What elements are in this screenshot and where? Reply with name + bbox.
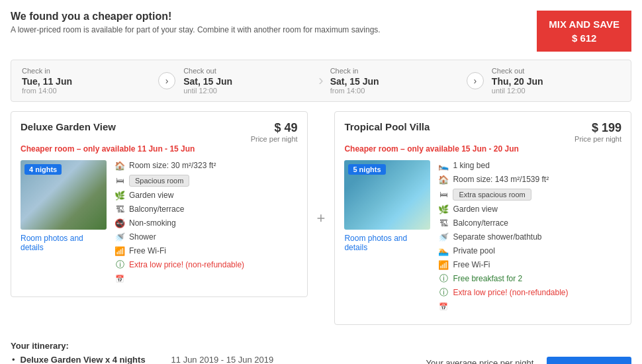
room1-header: Deluxe Garden View $ 49 Price per night	[21, 121, 298, 143]
header-subtitle: A lower-priced room is available for par…	[11, 25, 381, 34]
room1-features: 🏠 Room size: 30 m²/323 ft² 🛏 Spacious ro…	[115, 160, 298, 287]
wifi-icon: 📶	[438, 259, 449, 270]
checkin2-label: Check in	[330, 67, 459, 75]
feature-item: 🌿 Garden view	[115, 190, 298, 201]
checkin2-sub: from 14:00	[330, 87, 459, 95]
feature-text: Garden view	[129, 191, 173, 200]
room-size-icon: 🏠	[115, 160, 125, 171]
header-text: We found you a cheaper option! A lower-p…	[11, 11, 381, 34]
room1-price: $ 49	[251, 121, 298, 135]
feature-text: 1 king bed	[453, 161, 489, 170]
room2-header: Tropical Pool Villa $ 199 Price per nigh…	[344, 121, 621, 143]
room2-features: 🛌 1 king bed 🏠 Room size: 143 m²/1539 ft…	[438, 160, 621, 315]
feature-text: Balcony/terrace	[129, 205, 184, 214]
itinerary-item-1: Deluxe Garden View x 4 nights 11 Jun 201…	[11, 355, 273, 364]
checkin1-label: Check in	[22, 67, 150, 75]
feature-item: 🏠 Room size: 143 m²/1539 ft²	[438, 174, 621, 185]
itinerary-room1-dates: 11 Jun 2019 - 15 Jun 2019	[171, 355, 274, 364]
feature-text: Non-smoking	[129, 218, 176, 228]
bottom-section: Your itinerary: Deluxe Garden View x 4 n…	[11, 334, 631, 364]
feature-text: Separate shower/bathtub	[453, 232, 541, 242]
room1-price-block: $ 49 Price per night	[251, 121, 298, 143]
feature-item: 📶 Free Wi-Fi	[115, 246, 298, 256]
checkout2-label: Check out	[492, 67, 620, 75]
room1-photos-link[interactable]: Room photos and details	[21, 234, 107, 252]
room-size-icon: 🏠	[438, 174, 449, 185]
plus-divider: +	[317, 210, 326, 227]
itinerary-room1-name: Deluxe Garden View	[21, 355, 103, 364]
calendar-icon2: 📅	[438, 301, 449, 312]
feature-item: 🏠 Room size: 30 m²/323 ft²	[115, 160, 298, 171]
feature-item: 🚿 Separate shower/bathtub	[438, 232, 621, 242]
spacious-badge: Spacious room	[129, 175, 189, 187]
room1-nights-badge: 4 nights	[24, 164, 62, 175]
room1-per-night: Price per night	[251, 135, 298, 143]
warning-icon: ⓘ	[115, 259, 125, 270]
extra-low-text2: Extra low price! (non-refundable)	[453, 288, 568, 297]
bottom-row: Your average price per night $ 132 Book …	[426, 351, 631, 364]
timeline: Check in Tue, 11 Jun from 14:00 › Check …	[11, 60, 631, 102]
room2-cheaper-tag: Cheaper room – only available 15 Jun - 2…	[344, 144, 621, 154]
checkout1-date: Sat, 15 Jun	[183, 76, 312, 87]
room1-name: Deluxe Garden View	[21, 121, 116, 132]
rooms-row: Deluxe Garden View $ 49 Price per night …	[11, 111, 631, 325]
feature-item: 🏊 Private pool	[438, 246, 621, 256]
avg-price-block: Your average price per night $ 132	[426, 358, 533, 364]
checkin1-date: Tue, 11 Jun	[22, 76, 150, 87]
extra-low-item2: ⓘ Extra low price! (non-refundable)	[438, 287, 621, 298]
checkin1-sub: from 14:00	[22, 87, 150, 95]
extra-low-item: ⓘ Extra low price! (non-refundable)	[115, 259, 298, 270]
feature-text: Room size: 143 m²/1539 ft²	[453, 175, 549, 184]
feature-text: Room size: 30 m²/323 ft²	[129, 161, 216, 170]
timeline-arrow-1[interactable]: ›	[158, 72, 175, 89]
warning-icon2: ⓘ	[438, 287, 449, 298]
extra-low-text: Extra low price! (non-refundable)	[129, 260, 244, 269]
room2-name: Tropical Pool Villa	[344, 121, 430, 132]
feature-item: 🛌 1 king bed	[438, 160, 621, 171]
mix-save-label: MIX AND SAVE	[549, 17, 619, 31]
feature-item: 🛏 Extra spacious room	[438, 188, 621, 201]
bed-icon: 🛏	[115, 175, 125, 186]
header: We found you a cheaper option! A lower-p…	[11, 11, 631, 52]
room1-card: Deluxe Garden View $ 49 Price per night …	[11, 111, 308, 297]
shower-icon: 🚿	[115, 232, 125, 242]
avg-price-label: Your average price per night	[426, 358, 533, 364]
feature-text: Private pool	[453, 246, 494, 255]
feature-text: Free Wi-Fi	[129, 246, 166, 255]
room1-cheaper-tag: Cheaper room – only available 11 Jun - 1…	[21, 144, 298, 154]
mix-save-amount: $ 612	[549, 31, 619, 45]
checkin2-date: Sat, 15 Jun	[330, 76, 459, 87]
checkout2-date: Thu, 20 Jun	[492, 76, 620, 87]
itinerary: Your itinerary: Deluxe Garden View x 4 n…	[11, 334, 273, 364]
feature-item: 🏗 Balcony/terrace	[115, 204, 298, 214]
main-container: We found you a cheaper option! A lower-p…	[0, 0, 642, 364]
room2-card: Tropical Pool Villa $ 199 Price per nigh…	[334, 111, 631, 325]
feature-text: Shower	[129, 232, 156, 242]
room1-image-wrap: 4 nights Room photos and details	[21, 160, 107, 287]
feature-item: 🚭 Non-smoking	[115, 218, 298, 228]
balcony-icon: 🏗	[115, 204, 125, 214]
room2-nights-badge: 5 nights	[348, 164, 385, 175]
header-title: We found you a cheaper option!	[11, 11, 381, 23]
timeline-segment-3: Check in Sat, 15 Jun from 14:00	[330, 67, 459, 95]
balcony-icon: 🏗	[438, 218, 449, 228]
room2-image-wrap: 5 nights Room photos and details	[344, 160, 430, 315]
king-bed-icon: 🛌	[438, 160, 449, 171]
bed-icon: 🛏	[438, 189, 449, 200]
garden-icon: 🌿	[115, 190, 125, 201]
book-now-button[interactable]: Book now	[547, 357, 631, 364]
feature-text: Free Wi-Fi	[453, 260, 490, 269]
calendar-item: 📅	[115, 273, 298, 284]
feature-item: 📶 Free Wi-Fi	[438, 259, 621, 270]
calendar-item2: 📅	[438, 301, 621, 312]
feature-text: Balcony/terrace	[453, 218, 508, 228]
itinerary-room1-label: Deluxe Garden View x 4 nights	[21, 355, 166, 364]
mix-save-button[interactable]: MIX AND SAVE $ 612	[537, 11, 631, 52]
room2-photos-link[interactable]: Room photos and details	[344, 234, 430, 252]
timeline-segment-1: Check in Tue, 11 Jun from 14:00	[22, 67, 150, 95]
pool-icon: 🏊	[438, 246, 449, 256]
timeline-arrow-2[interactable]: ›	[467, 72, 484, 89]
room2-per-night: Price per night	[574, 135, 621, 143]
shower-bathtub-icon: 🚿	[438, 232, 449, 242]
itinerary-title: Your itinerary:	[11, 341, 273, 351]
